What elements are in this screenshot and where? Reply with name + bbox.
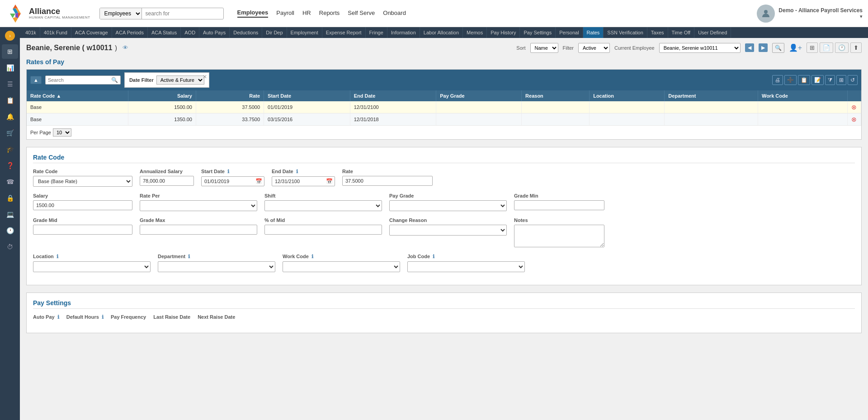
tab-pay-history[interactable]: Pay History (487, 27, 520, 38)
delete-row-2-btn[interactable]: ⊗ (851, 116, 857, 123)
th-location[interactable]: Location (590, 90, 665, 101)
sidebar-item-history[interactable]: 🕐 (2, 223, 18, 238)
sidebar-expand-btn[interactable]: › (5, 31, 15, 41)
annualized-salary-input[interactable] (140, 176, 194, 186)
tab-auto-pays[interactable]: Auto Pays (199, 27, 230, 38)
tab-information[interactable]: Information (387, 27, 420, 38)
tab-rates[interactable]: Rates (583, 27, 604, 38)
tab-time-off[interactable]: Time Off (668, 27, 695, 38)
job-code-select[interactable] (407, 261, 525, 272)
grade-max-input[interactable] (140, 225, 257, 235)
current-employee-select[interactable]: Beanie, Serenie w10011 (659, 43, 741, 53)
sidebar-item-phone[interactable]: ☎ (2, 175, 18, 189)
copy-btn[interactable]: 📋 (798, 75, 810, 85)
tab-aca-periods[interactable]: ACA Periods (112, 27, 148, 38)
tab-user-defined[interactable]: User Defined (694, 27, 731, 38)
table-row[interactable]: Base 1350.00 33.7500 03/15/2016 12/31/20… (27, 113, 861, 126)
tab-fringe[interactable]: Fringe (366, 27, 387, 38)
tab-pay-settings[interactable]: Pay Settings (520, 27, 556, 38)
add-person-btn[interactable]: 👤+ (789, 43, 802, 52)
print-btn[interactable]: 🖨 (772, 75, 783, 85)
filter-select[interactable]: Active Inactive All (578, 43, 610, 53)
date-filter-select[interactable]: Active & Future All Active (156, 76, 204, 85)
doc-view-btn[interactable]: 📄 (820, 42, 833, 53)
tab-aca-coverage[interactable]: ACA Coverage (71, 27, 112, 38)
export-btn[interactable]: ⬆ (850, 42, 862, 53)
prev-employee-btn[interactable]: ◀ (745, 43, 754, 52)
tab-labor-allocation[interactable]: Labor Allocation (420, 27, 463, 38)
sidebar-item-timer[interactable]: ⏱ (2, 240, 18, 254)
user-info[interactable]: Demo - Alliance Payroll Services ▾ (778, 7, 863, 19)
table-row[interactable]: Base 1500.00 37.5000 01/01/2019 12/31/21… (27, 101, 861, 113)
salary-input[interactable] (33, 200, 132, 210)
collapse-btn[interactable]: ▲ (30, 76, 42, 84)
tab-ssn-verification[interactable]: SSN Verification (604, 27, 647, 38)
per-page-select[interactable]: 10 25 50 (53, 128, 71, 137)
tab-deductions[interactable]: Deductions (230, 27, 262, 38)
nav-hr[interactable]: HR (302, 9, 311, 17)
pay-grade-select[interactable] (389, 200, 507, 211)
filter-btn[interactable]: ⧩ (825, 75, 835, 85)
th-rate[interactable]: Rate (196, 90, 264, 101)
end-date-input[interactable] (272, 176, 335, 186)
sidebar-item-help[interactable]: ❓ (2, 158, 18, 173)
tab-memos[interactable]: Memos (463, 27, 487, 38)
sort-select[interactable]: Name ID (530, 43, 558, 53)
tab-401k[interactable]: 401k (22, 27, 40, 38)
notes-textarea[interactable] (514, 225, 604, 247)
grid-view-btn[interactable]: ⊞ (807, 42, 818, 53)
tab-taxes[interactable]: Taxes (647, 27, 668, 38)
sidebar-item-lock[interactable]: 🔒 (2, 191, 18, 205)
sidebar-item-menu[interactable]: ☰ (2, 77, 18, 91)
rate-code-select[interactable]: Base (Base Rate) (33, 176, 132, 187)
change-reason-select[interactable] (389, 225, 507, 236)
th-work-code[interactable]: Work Code (758, 90, 847, 101)
user-dropdown-arrow[interactable]: ▾ (860, 14, 863, 19)
global-search-input[interactable] (142, 9, 223, 19)
tab-401k-fund[interactable]: 401k Fund (40, 27, 71, 38)
th-salary[interactable]: Salary (128, 90, 196, 101)
th-start-date[interactable]: Start Date (264, 90, 350, 101)
search-type-select[interactable]: Employees Payroll HR (100, 8, 142, 19)
sidebar-item-computer[interactable]: 💻 (2, 207, 18, 222)
grade-mid-input[interactable] (33, 225, 132, 235)
add-rate-btn[interactable]: ➕ (784, 75, 797, 85)
tab-aod[interactable]: AOD (181, 27, 199, 38)
tab-dir-dep[interactable]: Dir Dep (262, 27, 287, 38)
history-btn[interactable]: 🕐 (835, 42, 849, 53)
nav-payroll[interactable]: Payroll (276, 9, 294, 17)
sidebar-item-notifications[interactable]: 🔔 (2, 109, 18, 124)
department-select[interactable] (158, 261, 275, 272)
pct-of-mid-input[interactable] (264, 225, 382, 235)
th-department[interactable]: Department (665, 90, 758, 101)
refresh-btn[interactable]: ↺ (848, 75, 858, 85)
sidebar-item-education[interactable]: 🎓 (2, 142, 18, 156)
eye-icon[interactable]: 👁 (123, 44, 128, 51)
work-code-select[interactable] (283, 261, 400, 272)
nav-self-serve[interactable]: Self Serve (348, 9, 375, 17)
grade-min-input[interactable] (514, 200, 604, 210)
th-end-date[interactable]: End Date (350, 90, 436, 101)
edit-btn[interactable]: 📝 (811, 75, 824, 85)
nav-onboard[interactable]: Onboard (383, 9, 406, 17)
tab-expense-report[interactable]: Expense Report (322, 27, 366, 38)
sidebar-item-list[interactable]: 📋 (2, 93, 18, 108)
th-rate-code[interactable]: Rate Code ▲ (27, 90, 128, 101)
sidebar-item-dashboard[interactable]: ⊞ (2, 44, 18, 59)
location-select[interactable] (33, 261, 151, 272)
tab-aca-status[interactable]: ACA Status (148, 27, 181, 38)
shift-select[interactable] (264, 200, 382, 211)
columns-btn[interactable]: ⊞ (836, 75, 846, 85)
rate-input[interactable] (342, 176, 433, 186)
nav-employees[interactable]: Employees (237, 9, 269, 18)
delete-row-1-btn[interactable]: ⊗ (851, 104, 857, 111)
nav-reports[interactable]: Reports (319, 9, 340, 17)
rate-per-select[interactable] (140, 200, 257, 211)
rates-search-input[interactable] (48, 77, 111, 83)
tab-employment[interactable]: Employment (287, 27, 322, 38)
th-pay-grade[interactable]: Pay Grade (436, 90, 522, 101)
sidebar-item-cart[interactable]: 🛒 (2, 126, 18, 140)
next-employee-btn[interactable]: ▶ (759, 43, 768, 52)
date-filter-close[interactable]: ✕ (203, 74, 207, 80)
start-date-input[interactable] (201, 176, 264, 186)
